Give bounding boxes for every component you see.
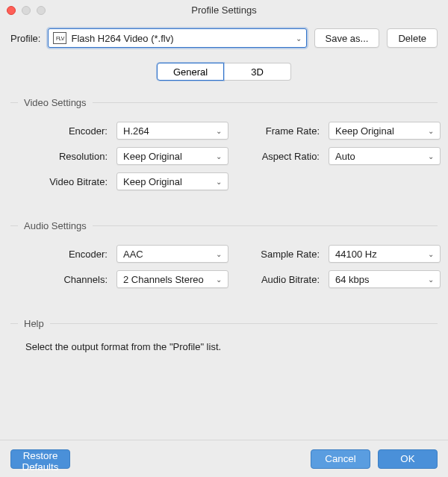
video-bitrate-select[interactable]: Keep Original ⌄ xyxy=(116,172,228,190)
flv-file-icon: FLV xyxy=(53,32,66,44)
tab-general[interactable]: General xyxy=(157,63,224,81)
video-settings-group: Video Settings Encoder: H.264 ⌄ Frame Ra… xyxy=(10,97,438,190)
close-window-icon[interactable] xyxy=(7,6,16,15)
video-encoder-label: Encoder: xyxy=(18,125,108,137)
frame-rate-select[interactable]: Keep Original ⌄ xyxy=(329,122,441,140)
profile-label: Profile: xyxy=(10,33,40,44)
zoom-window-icon xyxy=(37,6,46,15)
profile-select[interactable]: FLV Flash H264 Video (*.flv) ⌄ xyxy=(48,28,306,48)
minimize-window-icon xyxy=(22,6,31,15)
chevron-down-icon: ⌄ xyxy=(216,127,222,135)
sample-rate-select[interactable]: 44100 Hz ⌄ xyxy=(329,245,441,263)
restore-defaults-button[interactable]: Restore Defaults xyxy=(10,449,70,469)
chevron-down-icon: ⌄ xyxy=(296,34,302,43)
audio-settings-title: Audio Settings xyxy=(10,220,438,231)
chevron-down-icon: ⌄ xyxy=(216,152,222,160)
chevron-down-icon: ⌄ xyxy=(428,275,434,284)
chevron-down-icon: ⌄ xyxy=(428,127,434,135)
video-bitrate-label: Video Bitrate: xyxy=(18,176,108,187)
resolution-select[interactable]: Keep Original ⌄ xyxy=(116,147,228,165)
help-title: Help xyxy=(10,318,438,329)
chevron-down-icon: ⌄ xyxy=(428,250,434,258)
tab-3d[interactable]: 3D xyxy=(224,63,291,81)
chevron-down-icon: ⌄ xyxy=(216,250,222,258)
chevron-down-icon: ⌄ xyxy=(216,275,222,284)
aspect-ratio-label: Aspect Ratio: xyxy=(237,151,320,162)
help-text: Select the output format from the "Profi… xyxy=(25,341,435,352)
audio-encoder-label: Encoder: xyxy=(18,249,108,260)
frame-rate-label: Frame Rate: xyxy=(237,125,320,137)
resolution-label: Resolution: xyxy=(18,151,108,162)
audio-encoder-select[interactable]: AAC ⌄ xyxy=(116,245,228,263)
channels-select[interactable]: 2 Channels Stereo ⌄ xyxy=(116,270,228,288)
window-title: Profile Settings xyxy=(191,4,256,16)
video-encoder-select[interactable]: H.264 ⌄ xyxy=(116,122,228,140)
aspect-ratio-select[interactable]: Auto ⌄ xyxy=(329,147,441,165)
sample-rate-label: Sample Rate: xyxy=(237,249,320,260)
titlebar: Profile Settings xyxy=(0,0,448,21)
video-settings-title: Video Settings xyxy=(10,97,438,108)
help-group: Help Select the output format from the "… xyxy=(10,318,438,352)
footer: Restore Defaults Cancel OK xyxy=(0,440,448,477)
audio-bitrate-label: Audio Bitrate: xyxy=(237,274,320,285)
profile-row: Profile: FLV Flash H264 Video (*.flv) ⌄ … xyxy=(0,21,448,48)
delete-button[interactable]: Delete xyxy=(387,28,438,48)
save-as-button[interactable]: Save as... xyxy=(314,28,380,48)
cancel-button[interactable]: Cancel xyxy=(311,449,370,469)
audio-bitrate-select[interactable]: 64 kbps ⌄ xyxy=(329,270,441,288)
channels-label: Channels: xyxy=(18,274,108,285)
tab-strip: General 3D xyxy=(0,63,448,81)
chevron-down-icon: ⌄ xyxy=(428,152,434,160)
chevron-down-icon: ⌄ xyxy=(216,178,222,186)
window-controls xyxy=(7,6,46,15)
ok-button[interactable]: OK xyxy=(378,449,438,469)
profile-select-value: Flash H264 Video (*.flv) xyxy=(71,33,290,44)
audio-settings-group: Audio Settings Encoder: AAC ⌄ Sample Rat… xyxy=(10,220,438,288)
